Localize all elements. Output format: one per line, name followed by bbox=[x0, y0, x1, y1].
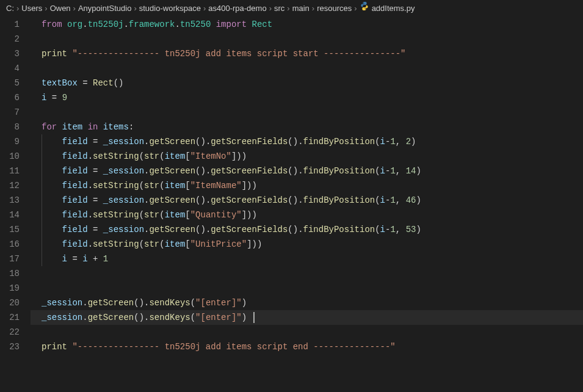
code-line[interactable]: field = _session.getScreen().getScreenFi… bbox=[31, 164, 583, 178]
indent-guide bbox=[42, 149, 42, 164]
code-line[interactable] bbox=[31, 32, 583, 46]
code-line[interactable] bbox=[31, 266, 583, 281]
breadcrumb-segment[interactable]: src bbox=[274, 4, 284, 13]
code-token: ( bbox=[375, 225, 380, 234]
code-line[interactable]: i = i + 1 bbox=[31, 252, 583, 266]
code-token: ) bbox=[416, 225, 421, 234]
code-line[interactable] bbox=[31, 105, 583, 120]
code-token: field bbox=[62, 210, 88, 220]
code-token: _session bbox=[103, 225, 144, 234]
line-number: 4 bbox=[0, 61, 31, 76]
code-token: findByPosition bbox=[303, 195, 375, 205]
breadcrumb-segment[interactable]: main bbox=[292, 4, 310, 13]
code-token: ( bbox=[375, 166, 380, 176]
indent-guide bbox=[42, 208, 42, 222]
code-token: ( bbox=[375, 195, 380, 205]
code-token: findByPosition bbox=[303, 225, 375, 234]
code-token: str bbox=[144, 151, 159, 161]
code-line[interactable]: i = 9 bbox=[31, 90, 583, 105]
indent-guide bbox=[42, 237, 42, 252]
breadcrumb-separator-icon: › bbox=[16, 4, 19, 13]
code-token: ( bbox=[159, 210, 164, 220]
code-line[interactable] bbox=[31, 325, 583, 339]
code-line[interactable]: textBox = Rect() bbox=[31, 76, 583, 90]
code-token: 2 bbox=[406, 137, 411, 147]
code-token: = bbox=[52, 93, 57, 103]
breadcrumb-segment[interactable]: resources bbox=[317, 4, 352, 13]
code-token: field bbox=[62, 225, 88, 234]
code-token: setString bbox=[93, 210, 139, 220]
code-token: "[enter]" bbox=[195, 313, 242, 322]
line-number: 13 bbox=[0, 193, 31, 208]
line-number: 10 bbox=[0, 149, 31, 164]
code-line[interactable]: field = _session.getScreen().getScreenFi… bbox=[31, 193, 583, 208]
breadcrumb-file[interactable]: addItems.py bbox=[372, 4, 415, 13]
code-token: = bbox=[93, 166, 98, 176]
code-token: (). bbox=[195, 137, 211, 147]
code-token: "---------------- tn5250j add items scri… bbox=[72, 342, 395, 352]
code-token: (). bbox=[288, 137, 303, 147]
code-line[interactable] bbox=[31, 281, 583, 296]
code-token: [ bbox=[185, 210, 190, 220]
breadcrumb-segment[interactable]: Users bbox=[21, 4, 42, 13]
code-area[interactable]: from org.tn5250j.framework.tn5250 import… bbox=[31, 13, 583, 392]
line-number: 20 bbox=[0, 296, 31, 310]
code-line[interactable]: _session.getScreen().sendKeys("[enter]") bbox=[31, 310, 583, 325]
code-token: _session bbox=[42, 298, 82, 308]
code-token: 46 bbox=[406, 195, 416, 205]
code-token: setString bbox=[93, 151, 139, 161]
line-number: 2 bbox=[0, 32, 31, 46]
line-number: 21 bbox=[0, 310, 31, 325]
code-token: tn5250j bbox=[88, 20, 124, 29]
code-token: item bbox=[165, 210, 186, 220]
breadcrumb-segment[interactable]: as400-rpa-demo bbox=[208, 4, 266, 13]
code-token: ])) bbox=[247, 239, 262, 249]
code-token: str bbox=[144, 210, 159, 220]
code-line[interactable]: print "---------------- tn5250j add item… bbox=[31, 46, 583, 61]
code-token: 1 bbox=[390, 225, 395, 234]
code-token: i bbox=[62, 254, 67, 264]
code-editor[interactable]: 1234567891011121314151617181920212223 fr… bbox=[0, 13, 583, 392]
breadcrumb-segment[interactable]: C: bbox=[6, 4, 14, 13]
code-line[interactable]: field = _session.getScreen().getScreenFi… bbox=[31, 222, 583, 237]
line-number: 3 bbox=[0, 46, 31, 61]
indent-guide bbox=[42, 178, 42, 193]
breadcrumb-segment[interactable]: Owen bbox=[50, 4, 71, 13]
code-token: 1 bbox=[103, 254, 108, 264]
code-token: getScreenFields bbox=[211, 195, 288, 205]
breadcrumb-segment[interactable]: studio-workspace bbox=[139, 4, 201, 13]
code-token: , bbox=[396, 166, 406, 176]
code-line[interactable]: field = _session.getScreen().getScreenFi… bbox=[31, 134, 583, 149]
code-token: item bbox=[165, 239, 186, 249]
indent-guide bbox=[42, 222, 42, 237]
line-number-gutter: 1234567891011121314151617181920212223 bbox=[0, 13, 31, 392]
code-line[interactable]: _session.getScreen().sendKeys("[enter]") bbox=[31, 296, 583, 310]
code-token: = bbox=[82, 78, 87, 88]
breadcrumb-separator-icon: › bbox=[312, 4, 314, 13]
code-line[interactable]: field.setString(str(item["Quantity"])) bbox=[31, 208, 583, 222]
code-token: "ItemName" bbox=[190, 181, 242, 191]
code-token: . bbox=[88, 210, 93, 220]
code-line[interactable]: field.setString(str(item["UnitPrice"])) bbox=[31, 237, 583, 252]
code-line[interactable]: field.setString(str(item["ItemNo"])) bbox=[31, 149, 583, 164]
code-token: ])) bbox=[231, 151, 247, 161]
breadcrumb-separator-icon: › bbox=[354, 4, 357, 13]
code-line[interactable]: for item in items: bbox=[31, 120, 583, 134]
code-token: findByPosition bbox=[303, 166, 375, 176]
code-line[interactable]: print "---------------- tn5250j add item… bbox=[31, 339, 583, 354]
breadcrumb-segment[interactable]: AnypointStudio bbox=[78, 4, 131, 13]
code-token: ( bbox=[139, 181, 144, 191]
code-token: "UnitPrice" bbox=[190, 239, 247, 249]
code-token: field bbox=[62, 151, 88, 161]
code-token: ( bbox=[139, 210, 144, 220]
code-token: getScreenFields bbox=[211, 137, 288, 147]
code-line[interactable]: from org.tn5250j.framework.tn5250 import… bbox=[31, 17, 583, 32]
text-cursor bbox=[253, 312, 255, 323]
breadcrumb-separator-icon: › bbox=[203, 4, 206, 13]
code-token: _session bbox=[103, 137, 144, 147]
code-token: ) bbox=[242, 313, 247, 322]
code-line[interactable]: field.setString(str(item["ItemName"])) bbox=[31, 178, 583, 193]
code-token: getScreen bbox=[88, 298, 134, 308]
line-number: 15 bbox=[0, 222, 31, 237]
code-line[interactable] bbox=[31, 61, 583, 76]
